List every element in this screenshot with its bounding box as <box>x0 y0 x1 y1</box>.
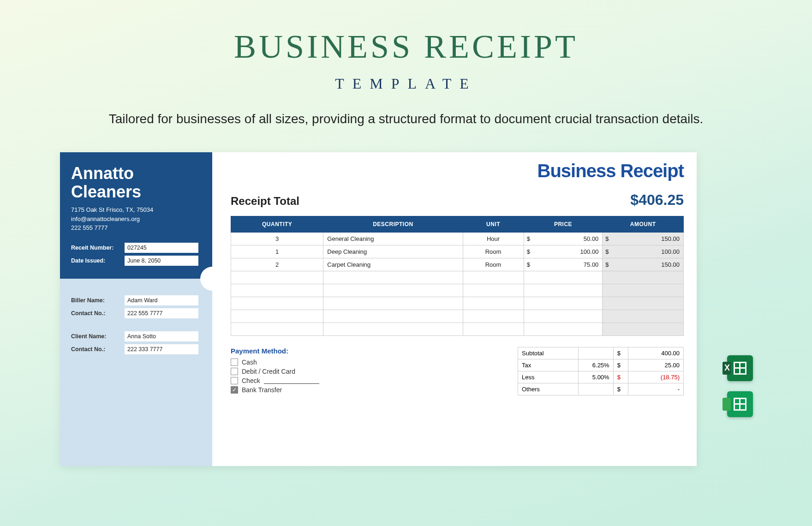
cell-unit[interactable] <box>463 271 524 284</box>
cell-desc[interactable] <box>323 310 463 323</box>
cell-qty[interactable] <box>231 297 323 310</box>
checkbox-icon[interactable] <box>231 359 238 366</box>
cell-qty[interactable]: 3 <box>231 233 323 245</box>
notch-decor <box>200 267 224 291</box>
col-price: PRICE <box>524 216 603 233</box>
table-row <box>231 297 684 310</box>
company-name: Annatto Cleaners <box>71 164 201 201</box>
cell-price[interactable]: $75.00 <box>524 258 603 271</box>
totals-row: Tax6.25%$25.00 <box>518 359 684 371</box>
receipt-total-label: Receipt Total <box>231 195 299 208</box>
company-address: 7175 Oak St Frisco, TX, 75034 <box>71 205 201 215</box>
cell-desc[interactable]: Carpet Cleaning <box>323 258 463 271</box>
payment-option[interactable]: Cash <box>231 359 319 366</box>
payment-option-label: Debit / Credit Card <box>242 368 295 375</box>
payment-option[interactable]: ✓Bank Transfer <box>231 386 319 394</box>
receipt-heading: Business Receipt <box>231 161 684 181</box>
company-email: info@annattocleaners.org <box>71 215 201 224</box>
check-number-line[interactable] <box>264 377 319 384</box>
totals-label: Tax <box>518 359 579 371</box>
date-issued-field[interactable]: June 8, 2050 <box>125 256 198 266</box>
cell-unit[interactable] <box>463 297 524 310</box>
totals-pct: 5.00% <box>578 371 613 383</box>
totals-value: 400.00 <box>628 347 684 359</box>
cell-unit[interactable]: Room <box>463 258 524 271</box>
table-row <box>231 284 684 297</box>
company-phone: 222 555 7777 <box>71 223 201 233</box>
totals-value: 25.00 <box>628 359 684 371</box>
cell-price[interactable] <box>524 284 603 297</box>
totals-value: (18.75) <box>628 371 684 383</box>
cell-amount: $150.00 <box>603 258 684 271</box>
cell-unit[interactable]: Room <box>463 245 524 258</box>
totals-label: Others <box>518 383 579 395</box>
cell-qty[interactable]: 1 <box>231 245 323 258</box>
cell-desc[interactable] <box>323 271 463 284</box>
cell-qty[interactable] <box>231 310 323 323</box>
cell-qty[interactable] <box>231 323 323 336</box>
cell-desc[interactable]: Deep Cleaning <box>323 245 463 258</box>
cell-unit[interactable]: Hour <box>463 233 524 245</box>
cell-price[interactable] <box>524 297 603 310</box>
cell-unit[interactable] <box>463 323 524 336</box>
biller-contact-field[interactable]: 222 555 7777 <box>125 308 198 318</box>
table-row <box>231 323 684 336</box>
checkbox-icon[interactable]: ✓ <box>231 386 238 394</box>
cell-amount <box>603 297 684 310</box>
payment-method-section: Payment Method: CashDebit / Credit CardC… <box>231 347 319 395</box>
totals-value: - <box>628 383 684 395</box>
cell-desc[interactable] <box>323 284 463 297</box>
totals-pct <box>578 383 613 395</box>
cell-price[interactable] <box>524 310 603 323</box>
cell-desc[interactable]: General Cleaning <box>323 233 463 245</box>
table-row: 3 General Cleaning Hour $50.00 $150.00 <box>231 233 684 245</box>
receipt-number-field[interactable]: 027245 <box>125 243 198 253</box>
contact-panel: Biller Name: Adam Ward Contact No.: 222 … <box>60 279 212 466</box>
format-icons: X <box>727 355 753 417</box>
payment-option[interactable]: Debit / Credit Card <box>231 368 319 375</box>
totals-row: Subtotal$400.00 <box>518 347 684 359</box>
col-quantity: QUANTITY <box>231 216 323 233</box>
cell-desc[interactable] <box>323 297 463 310</box>
checkbox-icon[interactable] <box>231 368 238 375</box>
totals-table: Subtotal$400.00Tax6.25%$25.00Less5.00%$(… <box>518 347 684 395</box>
biller-contact-label: Contact No.: <box>71 310 121 317</box>
receipt-card: Annatto Cleaners 7175 Oak St Frisco, TX,… <box>60 152 697 466</box>
payment-option[interactable]: Check <box>231 377 319 384</box>
biller-name-field[interactable]: Adam Ward <box>125 295 198 305</box>
excel-icon[interactable]: X <box>727 355 753 381</box>
totals-currency: $ <box>613 371 628 383</box>
cell-amount: $100.00 <box>603 245 684 258</box>
payment-method-label: Payment Method: <box>231 347 319 355</box>
cell-qty[interactable] <box>231 284 323 297</box>
checkbox-icon[interactable] <box>231 377 238 384</box>
client-contact-field[interactable]: 222 333 7777 <box>125 344 198 354</box>
totals-currency: $ <box>613 383 628 395</box>
cell-price[interactable] <box>524 323 603 336</box>
cell-price[interactable] <box>524 271 603 284</box>
cell-desc[interactable] <box>323 323 463 336</box>
payment-option-label: Cash <box>242 359 257 366</box>
totals-row: Others$- <box>518 383 684 395</box>
col-description: DESCRIPTION <box>323 216 463 233</box>
cell-qty[interactable]: 2 <box>231 258 323 271</box>
receipt-total-amount: $406.25 <box>630 191 684 209</box>
client-name-field[interactable]: Anna Sotto <box>125 331 198 341</box>
cell-unit[interactable] <box>463 284 524 297</box>
google-sheets-icon[interactable] <box>727 391 753 417</box>
cell-amount <box>603 271 684 284</box>
page-description: Tailored for businesses of all sizes, pr… <box>0 112 812 126</box>
cell-amount: $150.00 <box>603 233 684 245</box>
cell-unit[interactable] <box>463 310 524 323</box>
cell-amount <box>603 310 684 323</box>
receipt-number-label: Receit Number: <box>71 245 121 251</box>
table-row: 2 Carpet Cleaning Room $75.00 $150.00 <box>231 258 684 271</box>
payment-option-label: Check <box>242 377 260 384</box>
payment-option-label: Bank Transfer <box>242 386 282 394</box>
cell-qty[interactable] <box>231 271 323 284</box>
table-row <box>231 271 684 284</box>
cell-price[interactable]: $50.00 <box>524 233 603 245</box>
cell-price[interactable]: $100.00 <box>524 245 603 258</box>
receipt-sidebar: Annatto Cleaners 7175 Oak St Frisco, TX,… <box>60 152 212 466</box>
company-panel: Annatto Cleaners 7175 Oak St Frisco, TX,… <box>60 152 212 279</box>
